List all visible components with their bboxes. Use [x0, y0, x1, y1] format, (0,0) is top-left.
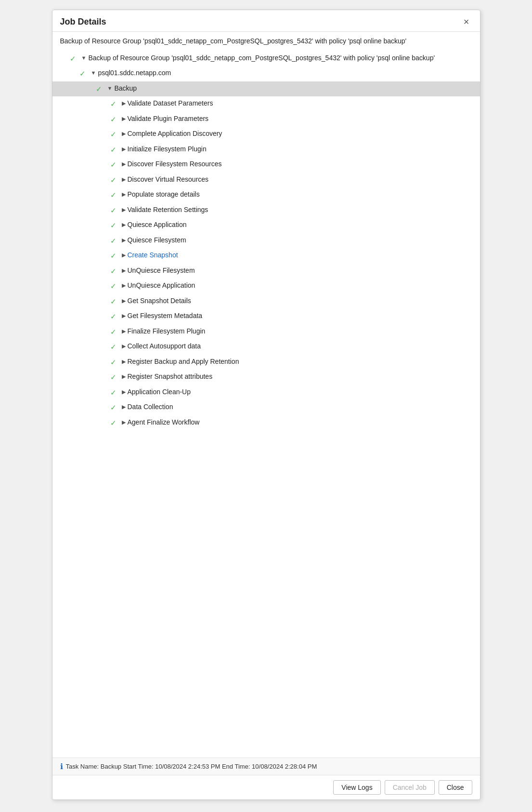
tree-item-label: Validate Plugin Parameters: [128, 114, 209, 124]
expand-arrow-icon[interactable]: ▶: [122, 403, 126, 411]
check-icon: ✓: [110, 311, 121, 322]
expand-arrow-icon[interactable]: ▶: [122, 266, 126, 275]
view-logs-button[interactable]: View Logs: [333, 780, 380, 795]
list-item: ✓▶Register Backup and Apply Retention: [52, 355, 480, 370]
expand-arrow-icon[interactable]: ▶: [122, 236, 126, 244]
footer-actions: View Logs Cancel Job Close: [52, 775, 480, 799]
check-icon: ✓: [110, 327, 121, 338]
footer-info: ℹ Task Name: Backup Start Time: 10/08/20…: [52, 758, 480, 775]
check-icon: ✓: [110, 342, 121, 353]
dialog-body: ✓ ▼ Backup of Resource Group 'psql01_sdd…: [52, 49, 480, 758]
check-icon: ✓: [110, 99, 121, 110]
expand-arrow-icon[interactable]: ▶: [122, 373, 126, 381]
tree-host-item: ✓ ▼ psql01.sddc.netapp.com: [52, 66, 480, 81]
expand-arrow-icon[interactable]: ▶: [122, 251, 126, 259]
list-item: ✓▶Discover Virtual Resources: [52, 173, 480, 188]
list-item: ✓▶Finalize Filesystem Plugin: [52, 324, 480, 340]
expand-arrow-icon[interactable]: ▼: [107, 84, 113, 93]
check-icon: ✓: [110, 129, 121, 140]
check-icon: ✓: [96, 84, 106, 95]
expand-arrow-icon[interactable]: ▶: [122, 418, 126, 426]
tree-item-label: Get Snapshot Details: [128, 296, 191, 306]
list-item: ✓▶Populate storage details: [52, 187, 480, 203]
tree-item-label: Validate Dataset Parameters: [128, 98, 213, 108]
list-item: ✓▶UnQuiesce Application: [52, 279, 480, 294]
tree-root-label: Backup of Resource Group 'psql01_sddc_ne…: [88, 53, 435, 63]
tree-item-label: Quiesce Application: [128, 220, 187, 230]
check-icon: ✓: [110, 114, 121, 125]
expand-arrow-icon[interactable]: ▶: [122, 388, 126, 396]
check-icon: ✓: [110, 296, 121, 307]
expand-arrow-icon[interactable]: ▶: [122, 130, 126, 138]
tree-item-label: Discover Filesystem Resources: [128, 159, 222, 169]
tree-item-label: Data Collection: [128, 402, 173, 412]
list-item: ✓▶Quiesce Filesystem: [52, 233, 480, 249]
tree-item-label: Discover Virtual Resources: [128, 174, 209, 185]
expand-arrow-icon[interactable]: ▶: [122, 297, 126, 305]
check-icon: ✓: [110, 175, 121, 186]
tree-host-label: psql01.sddc.netapp.com: [98, 68, 171, 78]
close-button[interactable]: Close: [439, 780, 472, 795]
tree-item-label[interactable]: Create Snapshot: [128, 250, 178, 260]
expand-arrow-icon[interactable]: ▶: [122, 160, 126, 168]
list-item: ✓▶Register Snapshot attributes: [52, 370, 480, 385]
expand-arrow-icon[interactable]: ▶: [122, 342, 126, 350]
info-icon: ℹ: [60, 762, 63, 771]
check-icon: ✓: [110, 160, 121, 171]
tree-item-label: Validate Retention Settings: [128, 205, 208, 215]
expand-arrow-icon[interactable]: ▶: [122, 115, 126, 123]
check-icon: ✓: [110, 357, 121, 368]
check-icon: ✓: [110, 372, 121, 383]
check-icon: ✓: [110, 190, 121, 201]
close-icon[interactable]: ×: [461, 16, 472, 27]
list-item: ✓▶Get Filesystem Metadata: [52, 309, 480, 324]
list-item: ✓▶Create Snapshot: [52, 248, 480, 264]
tree-item-label: Application Clean-Up: [128, 387, 191, 397]
expand-arrow-icon[interactable]: ▶: [122, 327, 126, 335]
expand-arrow-icon[interactable]: ▼: [91, 69, 96, 77]
expand-arrow-icon[interactable]: ▶: [122, 145, 126, 153]
expand-arrow-icon[interactable]: ▶: [122, 312, 126, 320]
tree-item-label: Collect Autosupport data: [128, 341, 201, 351]
expand-arrow-icon[interactable]: ▶: [122, 221, 126, 229]
tree-item-label: Quiesce Filesystem: [128, 235, 186, 245]
check-icon: ✓: [79, 68, 90, 80]
expand-arrow-icon[interactable]: ▶: [122, 190, 126, 199]
tree-items-container: ✓▶Validate Dataset Parameters✓▶Validate …: [52, 96, 480, 430]
check-icon: ✓: [110, 266, 121, 277]
dialog-subtitle: Backup of Resource Group 'psql01_sddc_ne…: [52, 32, 480, 49]
check-icon: ✓: [70, 53, 80, 65]
list-item: ✓▶Agent Finalize Workflow: [52, 415, 480, 431]
expand-arrow-icon[interactable]: ▶: [122, 206, 126, 214]
tree-item-label: Populate storage details: [128, 189, 200, 200]
expand-arrow-icon[interactable]: ▶: [122, 99, 126, 107]
tree-item-label: Get Filesystem Metadata: [128, 311, 203, 321]
check-icon: ✓: [110, 251, 121, 262]
check-icon: ✓: [110, 418, 121, 429]
dialog-header: Job Details ×: [52, 10, 480, 32]
list-item: ✓▶Collect Autosupport data: [52, 339, 480, 355]
job-details-dialog: Job Details × Backup of Resource Group '…: [52, 10, 480, 800]
tree-item-label: UnQuiesce Application: [128, 280, 195, 291]
tree-backup-label: Backup: [114, 83, 137, 93]
tree-item-label: UnQuiesce Filesystem: [128, 266, 195, 276]
list-item: ✓▶Discover Filesystem Resources: [52, 157, 480, 173]
check-icon: ✓: [110, 145, 121, 156]
tree-item-label: Finalize Filesystem Plugin: [128, 326, 206, 336]
tree-item-label: Initialize Filesystem Plugin: [128, 144, 207, 154]
expand-arrow-icon[interactable]: ▶: [122, 175, 126, 184]
list-item: ✓▶Data Collection: [52, 400, 480, 415]
check-icon: ✓: [110, 236, 121, 247]
check-icon: ✓: [110, 387, 121, 399]
tree-item-label: Agent Finalize Workflow: [128, 417, 200, 427]
expand-arrow-icon[interactable]: ▶: [122, 358, 126, 366]
task-info-text: Task Name: Backup Start Time: 10/08/2024…: [66, 763, 317, 770]
cancel-job-button[interactable]: Cancel Job: [385, 780, 435, 795]
list-item: ✓▶Validate Plugin Parameters: [52, 112, 480, 127]
list-item: ✓▶Initialize Filesystem Plugin: [52, 142, 480, 158]
tree-backup-item: ✓ ▼ Backup: [52, 81, 480, 97]
expand-arrow-icon[interactable]: ▼: [81, 54, 87, 62]
list-item: ✓▶Validate Retention Settings: [52, 203, 480, 218]
list-item: ✓▶UnQuiesce Filesystem: [52, 264, 480, 279]
expand-arrow-icon[interactable]: ▶: [122, 281, 126, 290]
